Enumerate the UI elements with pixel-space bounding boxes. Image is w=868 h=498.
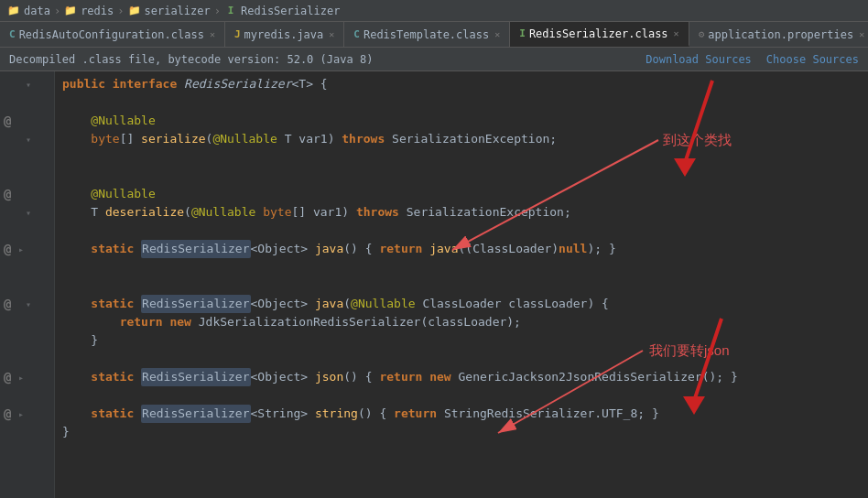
gutter-at-icon-4: @: [4, 297, 11, 311]
tab-application-props[interactable]: ⚙ application.properties ✕: [689, 22, 868, 47]
tab-close-5[interactable]: ✕: [859, 29, 864, 39]
kw-throws-1: throws: [342, 130, 385, 148]
breadcrumb-bar: 📁 data › 📁 redis › 📁 serializer › I Redi…: [0, 0, 868, 22]
paren-4: ): [342, 203, 349, 222]
tab-label-myredis: myredis.java: [244, 28, 324, 41]
gutter-line-14: [0, 313, 54, 331]
highlight-redis-serializer-4: RedisSerializer: [141, 405, 250, 423]
array-bracket-2: []: [291, 203, 306, 222]
tab-icon-class-1: C: [9, 28, 16, 40]
line-number-gutter: ▾ @ ▾ @ ▾ @ ▸: [0, 71, 55, 498]
type-redis-serializer-4: RedisSerializer: [142, 406, 249, 420]
brace-10: }: [62, 423, 70, 441]
tab-close-2[interactable]: ✕: [329, 29, 334, 39]
fold-icon-6[interactable]: ▸: [18, 373, 24, 383]
gutter-line-6: [0, 167, 54, 185]
gutter-line-20: [0, 423, 54, 441]
gutter-line-3: @: [0, 112, 54, 130]
brace-9: }: [652, 405, 659, 423]
type-classloader-2: ClassLoader: [422, 295, 501, 313]
paren-1: (: [206, 130, 213, 148]
gutter-line-17: @ ▸: [0, 368, 54, 386]
method-java-3: java: [315, 295, 343, 313]
paren-2: ): [328, 130, 335, 148]
code-content: public interface RedisSerializer<T> { @N…: [55, 71, 868, 498]
choose-sources-link[interactable]: Choose Sources: [766, 53, 859, 66]
code-line-15: }: [55, 331, 868, 350]
kw-null-1: null: [559, 240, 587, 258]
method-java-1: java: [315, 240, 343, 258]
tab-redis-template[interactable]: C RedisTemplate.class ✕: [344, 22, 510, 47]
gutter-line-15: [0, 331, 54, 350]
paren-3: (: [184, 203, 191, 222]
fold-icon-2[interactable]: ▾: [26, 135, 31, 145]
gutter-at-icon-2: @: [4, 187, 11, 201]
type-jdk-serial: JdkSerializationRedisSerializer: [199, 313, 421, 331]
kw-static-4: static: [91, 405, 134, 423]
breadcrumb-serializer: 📁 serializer: [128, 5, 211, 17]
dot-1: .: [594, 405, 602, 423]
gutter-line-16: [0, 350, 54, 368]
notification-actions: Download Sources Choose Sources: [646, 53, 859, 66]
gutter-line-7: @: [0, 185, 54, 203]
tab-redis-serializer[interactable]: I RedisSerializer.class ✕: [510, 22, 689, 47]
gutter-line-9: [0, 222, 54, 240]
brace-6: {: [365, 368, 373, 386]
tab-bar: C RedisAutoConfiguration.class ✕ J myred…: [0, 22, 868, 48]
breadcrumb-sep-2: ›: [117, 5, 124, 17]
generic-3: <Object>: [251, 295, 309, 313]
highlight-redis-serializer-3: RedisSerializer: [141, 368, 250, 386]
tab-close-1[interactable]: ✕: [210, 29, 215, 39]
breadcrumb-serializer-label: serializer: [145, 5, 211, 17]
type-generic-jackson: GenericJackson2JsonRedisSerializer: [459, 368, 702, 386]
tab-close-3[interactable]: ✕: [494, 29, 500, 39]
generic-4: <Object>: [251, 368, 309, 386]
code-line-19: static RedisSerializer<String> string() …: [55, 405, 868, 423]
tab-close-4[interactable]: ✕: [674, 28, 679, 38]
brace-8: {: [379, 405, 386, 423]
gutter-line-1: ▾: [0, 75, 54, 93]
kw-throws-2: throws: [356, 203, 399, 222]
fold-icon-4[interactable]: ▸: [18, 244, 24, 254]
kw-new-1: new: [169, 313, 190, 331]
code-line-4: byte[] serialize(@Nullable T var1) throw…: [55, 130, 868, 148]
tab-icon-interface: I: [519, 27, 526, 39]
kw-byte-2: byte: [263, 203, 291, 222]
code-line-5: [55, 148, 868, 167]
fold-icon-7[interactable]: ▸: [18, 409, 24, 419]
method-java-2: java: [429, 240, 458, 258]
breadcrumb-class: I RedisSerializer: [224, 5, 340, 17]
code-line-14: return new JdkSerializationRedisSerializ…: [55, 313, 868, 331]
tab-label-redis-auto-config: RedisAutoConfiguration.class: [19, 28, 204, 41]
fold-icon-1[interactable]: ▾: [26, 80, 31, 90]
fold-icon-3[interactable]: ▾: [26, 208, 31, 218]
code-line-10: static RedisSerializer<Object> java() { …: [55, 240, 868, 258]
code-line-12: [55, 276, 868, 295]
kw-static-3: static: [91, 368, 134, 386]
gutter-line-12: [0, 276, 54, 295]
type-redis-serializer-1: RedisSerializer: [142, 242, 249, 255]
type-classloader: ClassLoader: [472, 240, 551, 258]
notification-text: Decompiled .class file, bytecode version…: [9, 53, 373, 66]
kw-return-3: return: [379, 368, 422, 386]
highlight-redis-serializer-1: RedisSerializer: [141, 240, 250, 258]
code-line-8: T deserialize(@Nullable byte[] var1) thr…: [55, 203, 868, 222]
brace-5: }: [91, 331, 98, 350]
param-classloader: classLoader: [508, 295, 587, 313]
fold-icon-5[interactable]: ▾: [26, 299, 31, 309]
tab-redis-auto-config[interactable]: C RedisAutoConfiguration.class ✕: [0, 22, 225, 47]
paren-5: (): [343, 240, 358, 258]
paren-7: ): [551, 240, 559, 258]
brace-4: {: [602, 295, 609, 313]
type-T-2: T: [91, 203, 98, 222]
tab-myredis[interactable]: J myredis.java ✕: [225, 22, 344, 47]
param-var1: var1: [298, 130, 327, 148]
code-line-3: @Nullable: [55, 112, 868, 130]
array-bracket-1: []: [120, 130, 135, 148]
gutter-line-19: @ ▸: [0, 405, 54, 423]
download-sources-link[interactable]: Download Sources: [646, 53, 752, 66]
code-line-16: [55, 350, 868, 368]
brace-3: }: [609, 240, 616, 258]
kw-new-2: new: [429, 368, 450, 386]
type-T: T: [285, 130, 292, 148]
